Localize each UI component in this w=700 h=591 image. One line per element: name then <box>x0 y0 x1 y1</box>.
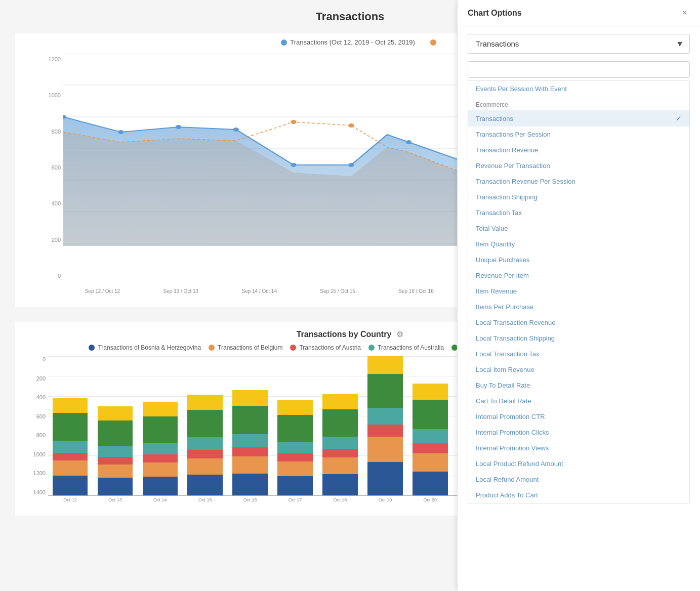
bar-segment-2-0 <box>143 477 178 495</box>
list-item-local-product-refund-amount[interactable]: Local Product Refund Amount <box>468 456 689 472</box>
list-item-internal-promotion-clicks[interactable]: Internal Promotion Clicks <box>468 425 689 440</box>
bar-segment-6-4 <box>322 409 358 437</box>
list-item-internal-promotion-views[interactable]: Internal Promotion Views <box>468 440 689 456</box>
bar-x-label-2: Oct 14 <box>138 497 182 502</box>
panel-header: Chart Options × <box>458 0 700 26</box>
search-input[interactable] <box>468 62 689 77</box>
bar-group-6 <box>318 356 362 495</box>
list-item-items-per-purchase[interactable]: Items Per Purchase <box>468 299 689 315</box>
bar-segment-6-5 <box>322 394 358 409</box>
bar-group-4 <box>228 356 272 495</box>
list-item-local-transaction-shipping[interactable]: Local Transaction Shipping <box>468 330 689 346</box>
bar-segment-1-3 <box>98 446 133 457</box>
list-item-transaction-shipping[interactable]: Transaction Shipping <box>468 189 689 205</box>
bar-x-label-4: Oct 16 <box>228 497 272 502</box>
list-item-revenue-per-item[interactable]: Revenue Per Item <box>468 268 689 283</box>
list-item-item-revenue[interactable]: Item Revenue <box>468 283 689 299</box>
legend-label-australia: Transactions of Australia <box>378 344 444 351</box>
bar-segment-6-2 <box>322 449 358 457</box>
legend-label-transactions: Transactions (Oct 12, 2019 - Oct 25, 201… <box>290 38 415 46</box>
bar-segment-0-0 <box>53 476 88 495</box>
legend-label-bosnia: Transactions of Bosnia & Herzegovina <box>98 344 201 351</box>
bar-segment-7-3 <box>367 408 403 425</box>
list-item-internal-promotion-ctr[interactable]: Internal Promotion CTR <box>468 409 689 425</box>
list-item-local-transaction-tax[interactable]: Local Transaction Tax <box>468 346 689 362</box>
search-wrapper <box>468 61 690 78</box>
bar-segment-6-3 <box>322 437 358 449</box>
bar-segment-5-2 <box>277 453 313 461</box>
bar-segment-3-4 <box>187 410 223 437</box>
bar-segment-7-0 <box>367 462 403 495</box>
svg-point-8 <box>118 130 123 134</box>
bar-segment-3-3 <box>187 437 223 450</box>
bar-stack-7 <box>367 356 403 495</box>
legend-dot-belgium <box>209 345 215 351</box>
bar-x-label-5: Oct 17 <box>273 497 317 502</box>
bar-segment-1-0 <box>98 478 133 495</box>
svg-point-13 <box>406 140 411 144</box>
close-button[interactable]: × <box>679 8 690 18</box>
legend-item-compare <box>430 38 439 46</box>
bar-stack-3 <box>187 395 223 495</box>
bar-group-3 <box>183 356 227 495</box>
bar-segment-7-1 <box>367 437 403 462</box>
bar-segment-1-4 <box>98 420 133 446</box>
bar-segment-6-0 <box>322 474 358 495</box>
bar-segment-3-0 <box>187 475 223 495</box>
bar-segment-0-1 <box>53 460 88 475</box>
list-item-transaction-revenue[interactable]: Transaction Revenue <box>468 142 689 158</box>
list-item-revenue-per-transaction[interactable]: Revenue Per Transaction <box>468 158 689 174</box>
list-item-transactions-per-session[interactable]: Transactions Per Session <box>468 126 689 142</box>
bar-stack-1 <box>98 406 133 495</box>
list-item-transactions[interactable]: Transactions ✓ <box>468 110 689 126</box>
list-item-events-per-session[interactable]: Events Per Session With Event <box>468 81 689 97</box>
bar-x-label-0: Oct 12 <box>48 497 92 502</box>
bar-segment-8-1 <box>413 453 448 472</box>
bar-segment-3-1 <box>187 458 223 474</box>
metric-dropdown[interactable]: Transactions <box>468 34 690 54</box>
bar-segment-7-4 <box>367 374 403 408</box>
list-item-item-quantity[interactable]: Item Quantity <box>468 236 689 252</box>
bar-segment-4-3 <box>232 434 268 447</box>
bar-x-label-1: Oct 13 <box>93 497 137 502</box>
bar-segment-8-4 <box>413 400 448 429</box>
bar-group-0 <box>48 356 92 495</box>
list-item-buy-to-detail-rate[interactable]: Buy To Detail Rate <box>468 377 689 393</box>
list-item-local-refund-amount[interactable]: Local Refund Amount <box>468 472 689 487</box>
svg-point-12 <box>348 163 354 167</box>
list-item-events-label: Events Per Session With Event <box>476 85 567 93</box>
bar-segment-4-2 <box>232 447 268 457</box>
list-item-transaction-revenue-per-session[interactable]: Transaction Revenue Per Session <box>468 174 689 189</box>
bar-x-label-3: Oct 15 <box>183 497 227 502</box>
bar-segment-1-5 <box>98 406 133 420</box>
list-item-transaction-tax[interactable]: Transaction Tax <box>468 205 689 221</box>
panel-body: Transactions ▼ Events Per Session With E… <box>458 26 700 511</box>
bar-group-1 <box>93 356 137 495</box>
bar-x-label-7: Oct 19 <box>363 497 407 502</box>
list-item-unique-purchases[interactable]: Unique Purchases <box>468 252 689 268</box>
bar-segment-5-4 <box>277 415 313 442</box>
bar-group-7 <box>363 356 407 495</box>
legend-dot-australia <box>368 345 375 351</box>
bar-segment-7-2 <box>367 425 403 437</box>
list-item-local-transaction-revenue[interactable]: Local Transaction Revenue <box>468 315 689 330</box>
bar-segment-0-2 <box>53 453 88 461</box>
bar-segment-5-3 <box>277 442 313 453</box>
bar-stack-4 <box>232 390 268 495</box>
legend-item-belgium: Transactions of Belgium <box>209 344 282 351</box>
legend-item-transactions: Transactions (Oct 12, 2019 - Oct 25, 201… <box>281 38 415 46</box>
list-item-product-adds-to-cart[interactable]: Product Adds To Cart <box>468 487 689 503</box>
legend-dot-transactions <box>281 39 287 46</box>
filter-icon[interactable]: ⚙ <box>396 329 403 339</box>
bar-x-label-8: Oct 20 <box>408 497 452 502</box>
bar-segment-3-2 <box>187 450 223 459</box>
bar-segment-7-5 <box>367 356 403 374</box>
bar-segment-1-1 <box>98 465 133 478</box>
list-item-total-value[interactable]: Total Value <box>468 221 689 236</box>
check-icon: ✓ <box>676 114 682 122</box>
list-item-cart-to-detail-rate[interactable]: Cart To Detail Rate <box>468 393 689 409</box>
bar-stack-0 <box>53 398 88 496</box>
legend-item-australia: Transactions of Australia <box>368 344 444 351</box>
list-item-local-item-revenue[interactable]: Local Item Revenue <box>468 362 689 377</box>
bar-segment-0-4 <box>53 413 88 441</box>
